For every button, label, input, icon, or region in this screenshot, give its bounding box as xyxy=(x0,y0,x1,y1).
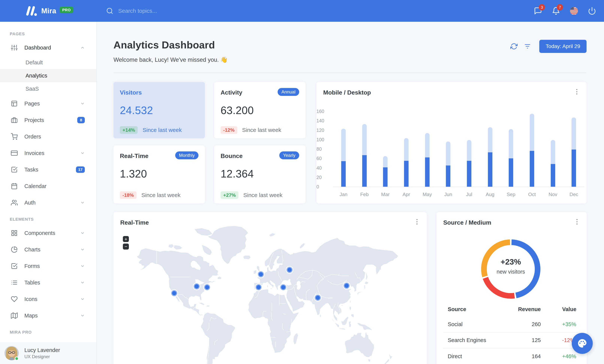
map-land xyxy=(345,332,374,357)
map-marker-beijing[interactable] xyxy=(343,282,351,290)
brand[interactable]: Mira PRO xyxy=(25,0,73,22)
map-marker-ankara[interactable] xyxy=(279,283,287,291)
bar-desktop-feb[interactable] xyxy=(362,124,367,155)
bar-desktop-aug[interactable] xyxy=(488,127,492,152)
sidebar-item-components[interactable]: Components xyxy=(0,225,96,241)
bar-desktop-oct[interactable] xyxy=(530,114,534,151)
bar-mobile-apr[interactable] xyxy=(404,161,409,187)
notifications-button[interactable]: 7 xyxy=(552,7,560,15)
navbar-actions: 3 7 xyxy=(534,0,596,22)
map-marker-chicago[interactable] xyxy=(193,282,201,290)
bar-desktop-sep[interactable] xyxy=(509,129,513,158)
source-cell: Search Engines xyxy=(443,332,513,348)
bar-mobile-jul[interactable] xyxy=(467,161,471,187)
logout-button[interactable] xyxy=(588,7,596,15)
map-land xyxy=(208,226,248,264)
sidebar-menu: PAGESDashboardDefaultAnalyticsSaaSPagesP… xyxy=(0,22,96,338)
sidebar-item-right xyxy=(80,45,85,50)
stat-caption: Since last week xyxy=(242,127,281,133)
sidebar-item-tasks[interactable]: Tasks17 xyxy=(0,161,96,178)
sidebar-item-pages[interactable]: Pages xyxy=(0,95,96,112)
bar-desktop-apr[interactable] xyxy=(404,138,409,161)
filter-icon[interactable] xyxy=(524,43,531,50)
bar-desktop-dec[interactable] xyxy=(572,117,576,150)
map-land xyxy=(168,244,174,248)
map-marker-moscow[interactable] xyxy=(286,266,294,274)
bar-desktop-jan[interactable] xyxy=(341,129,346,161)
sidebar-item-auth[interactable]: Auth xyxy=(0,194,96,211)
refresh-icon[interactable] xyxy=(510,43,517,50)
stat-period-pill[interactable]: Yearly xyxy=(279,151,299,159)
sidebar-item-dashboard[interactable]: Dashboard xyxy=(0,39,96,56)
stat-period-pill[interactable]: Monthly xyxy=(175,151,199,159)
sidebar-item-right xyxy=(80,297,85,301)
bar-desktop-jul[interactable] xyxy=(467,140,471,161)
language-button[interactable] xyxy=(570,7,578,15)
sidebar-item-right xyxy=(80,151,85,155)
search-input[interactable] xyxy=(118,8,201,14)
search-icon xyxy=(106,7,113,14)
source-cell: Social xyxy=(443,316,513,332)
sidebar-item-maps[interactable]: Maps xyxy=(0,307,96,324)
bar-mobile-jun[interactable] xyxy=(446,165,450,187)
map-marker-london[interactable] xyxy=(257,270,265,278)
y-axis-tick: 60 xyxy=(316,156,327,161)
sidebar-item-right xyxy=(80,264,85,268)
sidebar-section-label-pages: PAGES xyxy=(0,22,96,39)
header-actions: Today: April 29 xyxy=(510,40,587,53)
sidebar-item-right xyxy=(80,231,85,235)
navbar-search xyxy=(106,0,201,22)
messages-button[interactable]: 3 xyxy=(534,7,542,15)
sidebar-subitem-default[interactable]: Default xyxy=(0,56,96,69)
bar-mobile-dec[interactable] xyxy=(572,150,576,187)
map-marker-los-angeles[interactable] xyxy=(170,289,178,297)
map-zoom-out-button[interactable]: − xyxy=(123,244,129,250)
bar-mobile-may[interactable] xyxy=(425,157,429,187)
sidebar-item-projects[interactable]: Projects8 xyxy=(0,112,96,128)
map-land xyxy=(365,281,369,284)
sidebar-item-calendar[interactable]: Calendar xyxy=(0,178,96,194)
map-land xyxy=(341,316,349,325)
donut-center-label: +23% new visitors xyxy=(479,257,543,275)
map-marker-delhi[interactable] xyxy=(314,294,322,302)
x-axis-label: Jul xyxy=(466,192,472,197)
map-zoom-in-button[interactable]: + xyxy=(123,236,129,242)
bar-desktop-jun[interactable] xyxy=(446,141,450,165)
sidebar-subitem-saas[interactable]: SaaS xyxy=(0,82,96,95)
sidebar-item-orders[interactable]: Orders xyxy=(0,128,96,145)
bar-desktop-nov[interactable] xyxy=(551,140,555,164)
stat-card-activity: ActivityAnnual63.200-12%Since last week xyxy=(214,82,306,138)
bar-mobile-feb[interactable] xyxy=(362,155,367,187)
map-marker-madrid[interactable] xyxy=(255,283,263,291)
bar-mobile-jan[interactable] xyxy=(341,161,346,187)
stat-period-pill[interactable]: Annual xyxy=(278,88,299,96)
sidebar-item-invoices[interactable]: Invoices xyxy=(0,145,96,161)
bar-desktop-mar[interactable] xyxy=(383,156,388,167)
sidebar-footer[interactable]: Lucy Lavender UX Designer xyxy=(0,342,96,364)
bar-mobile-aug[interactable] xyxy=(488,152,492,187)
bar-mobile-sep[interactable] xyxy=(509,158,513,187)
sidebar-item-tables[interactable]: Tables xyxy=(0,274,96,291)
bar-mobile-mar[interactable] xyxy=(383,167,388,187)
map-land xyxy=(174,245,182,250)
sidebar-item-icons[interactable]: Icons xyxy=(0,291,96,307)
sidebar-subitem-analytics[interactable]: Analytics xyxy=(0,69,96,82)
theme-settings-fab[interactable] xyxy=(572,333,593,354)
source-col-header: Source xyxy=(443,302,513,316)
source-medium-menu-icon[interactable] xyxy=(573,218,581,226)
map-icon xyxy=(11,312,18,319)
bar-mobile-oct[interactable] xyxy=(530,151,534,187)
x-axis-label: Nov xyxy=(548,192,557,197)
bar-mobile-nov[interactable] xyxy=(551,164,555,187)
sidebar-item-forms[interactable]: Forms xyxy=(0,258,96,274)
map-land xyxy=(217,276,222,279)
donut-segment-search-engines[interactable] xyxy=(485,278,515,296)
bar-desktop-may[interactable] xyxy=(425,133,429,158)
date-button[interactable]: Today: April 29 xyxy=(539,40,587,53)
stat-card-real-time: Real-TimeMonthly1.320-18%Since last week xyxy=(113,145,205,203)
chevron-down-icon xyxy=(80,201,85,205)
map-marker-new-york[interactable] xyxy=(203,283,211,291)
sidebar-item-charts[interactable]: Charts xyxy=(0,241,96,258)
grid-icon xyxy=(11,230,18,236)
x-axis-label: Apr xyxy=(403,192,410,197)
